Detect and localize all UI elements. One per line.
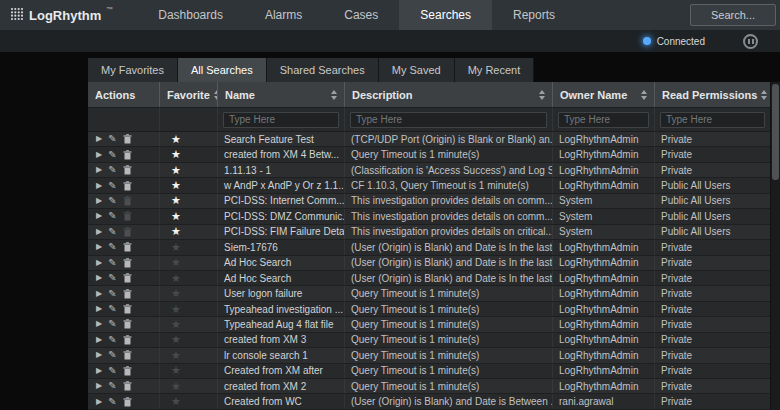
run-search-icon[interactable]: ▶	[96, 228, 102, 236]
run-search-icon[interactable]: ▶	[96, 320, 102, 328]
run-search-icon[interactable]: ▶	[96, 166, 102, 174]
delete-search-icon[interactable]	[123, 227, 132, 237]
run-search-icon[interactable]: ▶	[96, 259, 102, 267]
favorite-star-icon[interactable]: ★	[171, 334, 181, 345]
delete-search-icon[interactable]	[123, 273, 132, 283]
run-search-icon[interactable]: ▶	[96, 367, 102, 375]
edit-search-icon[interactable]: ✎	[108, 227, 116, 237]
favorite-star-icon[interactable]: ★	[171, 180, 181, 191]
edit-search-icon[interactable]: ✎	[108, 366, 116, 376]
name-filter-input[interactable]	[223, 112, 339, 128]
tab-all-searches[interactable]: All Searches	[178, 58, 267, 82]
description-filter-input[interactable]	[350, 112, 547, 128]
delete-search-icon[interactable]	[123, 150, 132, 160]
run-search-icon[interactable]: ▶	[96, 382, 102, 390]
column-header-favorite[interactable]: Favorite	[160, 82, 218, 107]
favorite-star-icon[interactable]: ★	[171, 149, 181, 160]
tab-my-saved[interactable]: My Saved	[379, 58, 455, 82]
delete-search-icon[interactable]	[123, 165, 132, 175]
edit-search-icon[interactable]: ✎	[108, 196, 116, 206]
favorite-star-icon[interactable]: ★	[171, 165, 181, 176]
table-row[interactable]: ▶ ✎ ★ PCI-DSS: FIM Failure Detail This i…	[88, 225, 770, 240]
table-row[interactable]: ▶ ✎ ★ Created from WC (User (Origin) is …	[88, 394, 770, 409]
table-row[interactable]: ▶ ✎ ★ Typeahead investigation ... Query …	[88, 302, 770, 317]
edit-search-icon[interactable]: ✎	[108, 211, 116, 221]
favorite-star-icon[interactable]: ★	[171, 288, 181, 299]
favorite-star-icon[interactable]: ★	[171, 134, 181, 145]
owner-filter-input[interactable]	[558, 112, 649, 128]
favorite-star-icon[interactable]: ★	[171, 350, 181, 361]
column-header-owner-name[interactable]: Owner Name	[553, 82, 655, 107]
edit-search-icon[interactable]: ✎	[108, 319, 116, 329]
edit-search-icon[interactable]: ✎	[108, 134, 116, 144]
edit-search-icon[interactable]: ✎	[108, 165, 116, 175]
delete-search-icon[interactable]	[123, 181, 132, 191]
favorite-star-icon[interactable]: ★	[171, 226, 181, 237]
nav-alarms[interactable]: Alarms	[244, 0, 323, 30]
edit-search-icon[interactable]: ✎	[108, 381, 116, 391]
favorite-star-icon[interactable]: ★	[171, 195, 181, 206]
table-row[interactable]: ▶ ✎ ★ w AndP x AndP y Or z 1.1... CF 1.1…	[88, 178, 770, 193]
delete-search-icon[interactable]	[123, 350, 132, 360]
tab-my-favorites[interactable]: My Favorites	[88, 58, 178, 82]
run-search-icon[interactable]: ▶	[96, 398, 102, 406]
favorite-star-icon[interactable]: ★	[171, 365, 181, 376]
delete-search-icon[interactable]	[123, 319, 132, 329]
tab-shared-searches[interactable]: Shared Searches	[267, 58, 379, 82]
table-row[interactable]: ▶ ✎ ★ created from XM 2 Query Timeout is…	[88, 379, 770, 394]
table-row[interactable]: ▶ ✎ ★ 1.11.13 - 1 (Classification is 'Ac…	[88, 163, 770, 178]
edit-search-icon[interactable]: ✎	[108, 289, 116, 299]
edit-search-icon[interactable]: ✎	[108, 350, 116, 360]
delete-search-icon[interactable]	[123, 211, 132, 221]
table-row[interactable]: ▶ ✎ ★ Created from XM after Query Timeou…	[88, 364, 770, 379]
delete-search-icon[interactable]	[123, 335, 132, 345]
run-search-icon[interactable]: ▶	[96, 243, 102, 251]
delete-search-icon[interactable]	[123, 304, 132, 314]
delete-search-icon[interactable]	[123, 242, 132, 252]
table-row[interactable]: ▶ ✎ ★ Siem-17676 (User (Origin) is Blank…	[88, 240, 770, 255]
run-search-icon[interactable]: ▶	[96, 290, 102, 298]
delete-search-icon[interactable]	[123, 258, 132, 268]
delete-search-icon[interactable]	[123, 381, 132, 391]
favorite-star-icon[interactable]: ★	[171, 257, 181, 268]
table-row[interactable]: ▶ ✎ ★ Ad Hoc Search (User (Origin) is Bl…	[88, 256, 770, 271]
run-search-icon[interactable]: ▶	[96, 151, 102, 159]
run-search-icon[interactable]: ▶	[96, 274, 102, 282]
delete-search-icon[interactable]	[123, 196, 132, 206]
table-row[interactable]: ▶ ✎ ★ PCI-DSS: Internet Comm... This inv…	[88, 194, 770, 209]
pause-updates-icon[interactable]	[743, 34, 758, 49]
table-row[interactable]: ▶ ✎ ★ created from XM 4 Betw... Query Ti…	[88, 147, 770, 162]
favorite-star-icon[interactable]: ★	[171, 304, 181, 315]
favorite-star-icon[interactable]: ★	[171, 242, 181, 253]
edit-search-icon[interactable]: ✎	[108, 397, 116, 407]
column-header-read-permissions[interactable]: Read Permissions	[655, 82, 770, 107]
table-row[interactable]: ▶ ✎ ★ User logon failure Query Timeout i…	[88, 286, 770, 301]
delete-search-icon[interactable]	[123, 366, 132, 376]
logrhythm-logo[interactable]: LogRhythm ™	[0, 0, 123, 30]
nav-cases[interactable]: Cases	[323, 0, 399, 30]
permissions-filter-input[interactable]	[660, 112, 765, 128]
edit-search-icon[interactable]: ✎	[108, 258, 116, 268]
nav-dashboards[interactable]: Dashboards	[137, 0, 244, 30]
column-header-description[interactable]: Description	[345, 82, 553, 107]
delete-search-icon[interactable]	[123, 289, 132, 299]
run-search-icon[interactable]: ▶	[96, 305, 102, 313]
run-search-icon[interactable]: ▶	[96, 197, 102, 205]
favorite-star-icon[interactable]: ★	[171, 381, 181, 392]
delete-search-icon[interactable]	[123, 397, 132, 407]
table-row[interactable]: ▶ ✎ ★ Search Feature Test (TCP/UDP Port …	[88, 132, 770, 147]
nav-searches[interactable]: Searches	[399, 0, 492, 30]
vertical-scrollbar[interactable]	[770, 82, 780, 410]
delete-search-icon[interactable]	[123, 134, 132, 144]
tab-my-recent[interactable]: My Recent	[455, 58, 535, 82]
favorite-star-icon[interactable]: ★	[171, 211, 181, 222]
favorite-star-icon[interactable]: ★	[171, 396, 181, 407]
table-row[interactable]: ▶ ✎ ★ Ad Hoc Search (User (Origin) is Bl…	[88, 271, 770, 286]
column-header-name[interactable]: Name	[218, 82, 345, 107]
run-search-icon[interactable]: ▶	[96, 135, 102, 143]
table-row[interactable]: ▶ ✎ ★ created from XM 3 Query Timeout is…	[88, 333, 770, 348]
run-search-icon[interactable]: ▶	[96, 212, 102, 220]
table-row[interactable]: ▶ ✎ ★ Typeahead Aug 4 flat file Query Ti…	[88, 317, 770, 332]
run-search-icon[interactable]: ▶	[96, 336, 102, 344]
run-search-icon[interactable]: ▶	[96, 351, 102, 359]
